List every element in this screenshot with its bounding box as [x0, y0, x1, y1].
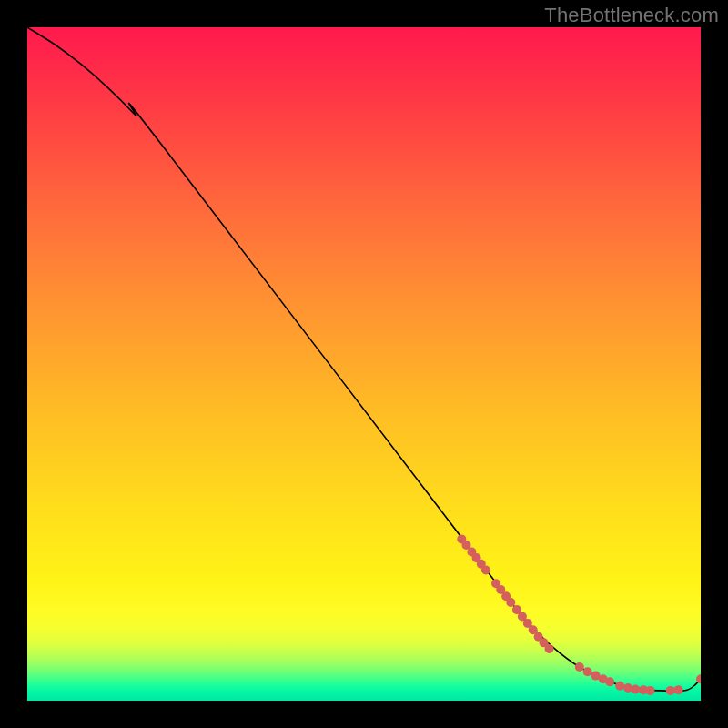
data-points: [457, 534, 701, 695]
data-point: [605, 677, 614, 686]
data-point: [646, 686, 655, 695]
data-point: [583, 667, 592, 676]
data-point: [666, 686, 675, 695]
data-point: [506, 598, 515, 607]
data-point: [615, 682, 624, 691]
chart-overlay: [27, 27, 701, 701]
data-point: [575, 662, 584, 672]
data-point: [545, 644, 554, 653]
curve-line: [27, 27, 701, 691]
data-point: [481, 565, 490, 574]
plot-area: [27, 27, 701, 701]
watermark-text: TheBottleneck.com: [544, 4, 719, 27]
chart-frame: TheBottleneck.com: [0, 0, 728, 728]
data-point: [631, 684, 640, 693]
data-point: [674, 685, 683, 694]
